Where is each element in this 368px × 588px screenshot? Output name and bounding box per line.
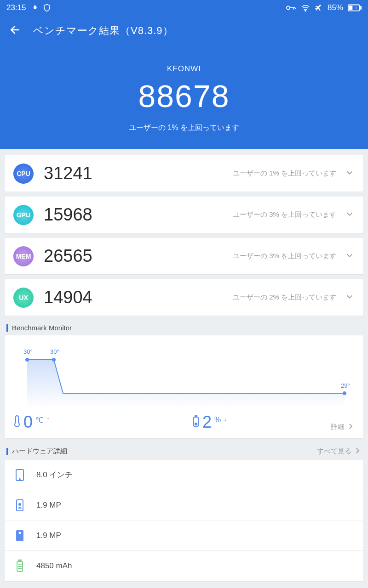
section-label: Benchmark Monitor bbox=[12, 324, 72, 332]
display-icon bbox=[13, 469, 26, 481]
hardware-list: 8.0 インチ 1.9 MP 1.9 MP 4850 mAh bbox=[5, 460, 363, 581]
svg-point-15 bbox=[18, 503, 21, 506]
hardware-text: 8.0 インチ bbox=[36, 469, 73, 480]
battery-reading: 2 % ↓ bbox=[192, 413, 227, 432]
status-battery-pct: 85% bbox=[328, 3, 343, 12]
hero-panel: KFONWI 88678 ユーザーの 1% を上回っています bbox=[0, 46, 368, 149]
ux-badge-icon: UX bbox=[13, 288, 34, 308]
score-row-gpu[interactable]: GPU 15968 ユーザーの 3% を上回っています bbox=[5, 197, 363, 233]
gpu-score: 15968 bbox=[44, 205, 92, 225]
temperature-chart: 30° 30° 29° bbox=[13, 344, 355, 408]
svg-point-8 bbox=[343, 391, 346, 395]
hardware-view-all-link[interactable]: すべて見る bbox=[317, 447, 362, 456]
chevron-right-icon bbox=[346, 422, 355, 432]
temp-value: 0 bbox=[23, 413, 33, 432]
section-header-monitor: Benchmark Monitor bbox=[0, 316, 368, 335]
device-name: KFONWI bbox=[0, 64, 368, 74]
hardware-row-battery[interactable]: 4850 mAh bbox=[5, 551, 363, 581]
chevron-down-icon bbox=[345, 250, 355, 262]
shield-icon bbox=[43, 4, 51, 12]
section-header-test: 詳細テスト bbox=[0, 581, 368, 588]
temp-point-label: 30° bbox=[23, 348, 33, 355]
svg-text:+: + bbox=[355, 6, 357, 11]
gpu-badge-icon: GPU bbox=[13, 205, 34, 225]
camera-back-icon bbox=[13, 529, 26, 542]
svg-point-1 bbox=[305, 10, 306, 11]
hardware-text: 1.9 MP bbox=[36, 531, 61, 540]
ux-score: 14904 bbox=[44, 288, 92, 307]
page-title: ベンチマーク結果（V8.3.9） bbox=[33, 24, 173, 38]
svg-point-7 bbox=[52, 358, 56, 362]
battery-charging-icon: + bbox=[348, 4, 362, 11]
flame-icon bbox=[31, 4, 38, 11]
svg-point-0 bbox=[287, 6, 290, 9]
monitor-detail-link[interactable]: 詳細 bbox=[331, 422, 355, 432]
airplane-icon bbox=[315, 4, 323, 12]
hardware-row-display[interactable]: 8.0 インチ bbox=[5, 460, 363, 490]
cpu-score: 31241 bbox=[44, 164, 92, 183]
mem-badge-icon: MEM bbox=[13, 246, 34, 266]
arrow-up-icon: ↑ bbox=[46, 415, 50, 423]
camera-front-icon bbox=[13, 499, 26, 512]
arrow-down-icon: ↓ bbox=[224, 415, 227, 423]
svg-rect-10 bbox=[195, 416, 197, 417]
score-row-cpu[interactable]: CPU 31241 ユーザーの 1% を上回っています bbox=[5, 155, 363, 192]
svg-rect-4 bbox=[349, 6, 353, 10]
status-bar: 23:15 85% + bbox=[0, 0, 368, 16]
temp-point-label: 30° bbox=[50, 348, 59, 355]
mem-subtext: ユーザーの 3% を上回っています bbox=[233, 252, 336, 260]
temp-point-label: 29° bbox=[341, 382, 350, 389]
ux-subtext: ユーザーの 2% を上回っています bbox=[233, 293, 336, 302]
svg-point-13 bbox=[19, 479, 20, 480]
section-label: ハードウェア詳細 bbox=[12, 447, 67, 456]
hardware-row-camera-back[interactable]: 1.9 MP bbox=[5, 520, 363, 551]
svg-point-6 bbox=[25, 358, 29, 362]
total-score: 88678 bbox=[0, 78, 368, 114]
chevron-down-icon bbox=[345, 209, 355, 221]
svg-rect-19 bbox=[18, 560, 21, 561]
batt-unit: % bbox=[214, 416, 221, 424]
hero-subtitle: ユーザーの 1% を上回っています bbox=[0, 123, 368, 133]
svg-rect-3 bbox=[360, 6, 361, 9]
mem-score: 26565 bbox=[44, 246, 92, 266]
section-accent-bar bbox=[6, 448, 8, 455]
battery-icon bbox=[13, 560, 26, 572]
score-row-ux[interactable]: UX 14904 ユーザーの 2% を上回っています bbox=[5, 279, 363, 316]
gpu-subtext: ユーザーの 3% を上回っています bbox=[233, 210, 336, 219]
cpu-badge-icon: CPU bbox=[13, 164, 34, 184]
chevron-right-icon bbox=[353, 447, 362, 456]
section-accent-bar bbox=[6, 324, 8, 332]
hardware-text: 4850 mAh bbox=[36, 561, 72, 571]
chevron-down-icon bbox=[345, 292, 355, 304]
temperature-reading: 0 ℃ ↑ bbox=[13, 413, 50, 432]
app-header: ベンチマーク結果（V8.3.9） bbox=[0, 16, 368, 46]
svg-point-17 bbox=[19, 531, 21, 534]
wifi-icon bbox=[301, 4, 310, 11]
temp-unit: ℃ bbox=[35, 416, 44, 424]
score-row-mem[interactable]: MEM 26565 ユーザーの 3% を上回っています bbox=[5, 238, 363, 274]
hardware-row-camera-front[interactable]: 1.9 MP bbox=[5, 490, 363, 520]
view-all-label: すべて見る bbox=[317, 447, 351, 456]
score-rows: CPU 31241 ユーザーの 1% を上回っています GPU 15968 ユー… bbox=[0, 149, 368, 316]
hardware-text: 1.9 MP bbox=[36, 501, 61, 510]
cpu-subtext: ユーザーの 1% を上回っています bbox=[233, 169, 336, 178]
chevron-down-icon bbox=[345, 168, 355, 180]
monitor-card: 30° 30° 29° 0 ℃ ↑ 2 % ↓ 詳細 bbox=[5, 335, 363, 438]
status-time: 23:15 bbox=[6, 3, 26, 12]
vpn-key-icon bbox=[286, 5, 296, 11]
section-header-hardware: ハードウェア詳細 すべて見る bbox=[0, 438, 368, 460]
detail-label: 詳細 bbox=[331, 423, 345, 431]
back-button[interactable] bbox=[9, 24, 21, 38]
battery-icon bbox=[192, 415, 200, 429]
thermometer-icon bbox=[13, 414, 21, 430]
batt-value: 2 bbox=[202, 413, 212, 432]
svg-rect-11 bbox=[195, 423, 197, 425]
